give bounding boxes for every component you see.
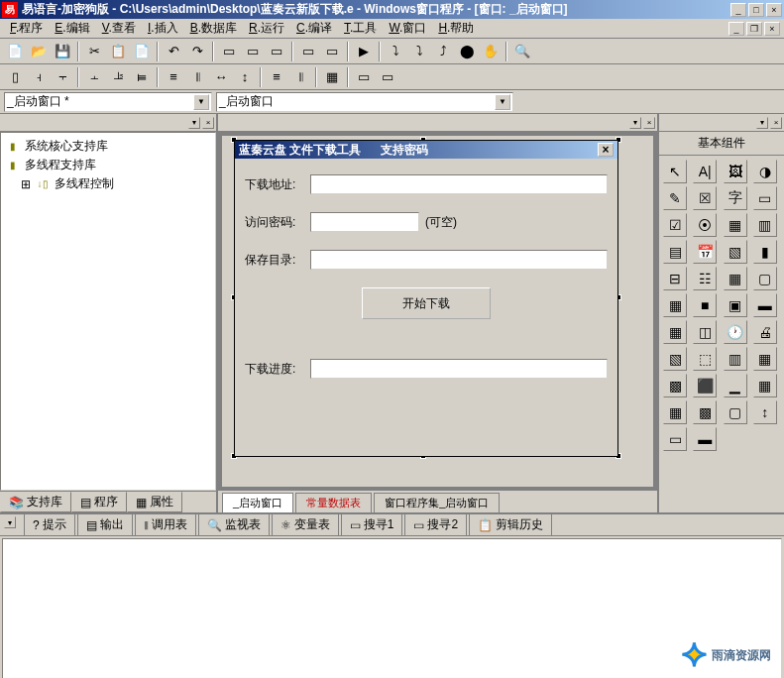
palette-item-40[interactable]: ▭ — [663, 427, 687, 451]
stop-icon[interactable]: ✋ — [480, 41, 502, 62]
align3-icon[interactable]: ⫠ — [83, 66, 105, 88]
form-close-icon[interactable]: × — [598, 143, 614, 157]
chevron-down-icon[interactable]: ▼ — [193, 94, 209, 110]
paste-icon[interactable]: 📄 — [131, 41, 153, 62]
tab-tips[interactable]: ?提示 — [24, 513, 75, 535]
palette-item-6[interactable]: 字 — [724, 186, 747, 210]
tab-property[interactable]: ▦属性 — [127, 492, 182, 512]
same-h-icon[interactable]: ↕ — [234, 66, 256, 88]
menu-edit[interactable]: E.编辑 — [49, 18, 95, 39]
tree-item[interactable]: ▮系统核心支持库 — [5, 137, 211, 156]
palette-item-7[interactable]: ▭ — [753, 186, 777, 210]
palette-item-8[interactable]: ☑ — [663, 213, 687, 237]
menu-run[interactable]: R.运行 — [243, 18, 290, 39]
mdi-close-button[interactable]: × — [764, 22, 780, 36]
step-over-icon[interactable]: ⤵ — [385, 41, 406, 62]
palette-item-20[interactable]: ▦ — [663, 293, 687, 317]
menu-tools[interactable]: T.工具 — [338, 18, 383, 39]
palette-item-33[interactable]: ⬛ — [693, 374, 717, 397]
save-icon[interactable]: 💾 — [52, 41, 73, 62]
tab-output[interactable]: ▤输出 — [77, 513, 133, 535]
redo-icon[interactable]: ↷ — [186, 41, 208, 62]
library-tree[interactable]: ▮系统核心支持库 ▮多线程支持库 ⊞ ↓▯多线程控制 — [0, 132, 216, 491]
pane-close-icon[interactable]: × — [643, 117, 655, 129]
pwd-input[interactable] — [310, 212, 419, 232]
lock-icon[interactable]: ▭ — [353, 66, 375, 88]
palette-item-2[interactable]: 🖼 — [724, 160, 747, 183]
center-v-icon[interactable]: ⦀ — [289, 66, 311, 88]
palette-item-34[interactable]: ▁ — [724, 374, 747, 397]
design-surface[interactable]: 蓝秦云盘 文件下载工具 支持密码 × 下载地址: 访问密码: (可空) — [222, 136, 653, 487]
palette-item-12[interactable]: ▤ — [663, 240, 687, 264]
mdi-minimize-button[interactable]: _ — [728, 22, 744, 36]
menu-insert[interactable]: I.插入 — [142, 18, 184, 39]
tab-calls[interactable]: ⦀调用表 — [135, 513, 196, 535]
tab-library[interactable]: 📚支持库 — [0, 492, 71, 512]
tree-item[interactable]: ⊞ ↓▯多线程控制 — [5, 174, 211, 193]
palette-item-37[interactable]: ▩ — [693, 400, 717, 424]
align-left-icon[interactable]: ▯ — [4, 66, 26, 88]
maximize-button[interactable]: □ — [748, 3, 764, 17]
tab-procset[interactable]: 窗口程序集_启动窗口 — [374, 493, 500, 512]
tool3-icon[interactable]: ▭ — [266, 41, 287, 62]
pane-menu-icon[interactable]: ▾ — [188, 117, 200, 129]
palette-item-27[interactable]: 🖨 — [753, 320, 777, 344]
undo-icon[interactable]: ↶ — [163, 41, 184, 62]
palette-item-26[interactable]: 🕐 — [724, 320, 747, 344]
palette-item-15[interactable]: ▮ — [753, 240, 777, 264]
palette-item-14[interactable]: ▧ — [724, 240, 747, 264]
center-h-icon[interactable]: ≡ — [266, 66, 287, 88]
expand-icon[interactable]: ⊞ — [21, 177, 31, 191]
form-designer[interactable]: 蓝秦云盘 文件下载工具 支持密码 × 下载地址: 访问密码: (可空) — [234, 140, 618, 457]
url-input[interactable] — [310, 174, 608, 194]
dir-input[interactable] — [310, 250, 608, 270]
palette-item-0[interactable]: ↖ — [663, 160, 687, 183]
tab-program[interactable]: ▤程序 — [71, 492, 127, 512]
tab-vars[interactable]: ⚛变量表 — [272, 513, 339, 535]
align5-icon[interactable]: ⫢ — [131, 66, 153, 88]
dist-v-icon[interactable]: ⦀ — [186, 66, 208, 88]
palette-item-18[interactable]: ▦ — [724, 267, 747, 290]
breakpoint-icon[interactable]: ⬤ — [456, 41, 478, 62]
pane-menu-icon[interactable]: ▾ — [756, 117, 768, 129]
palette-item-4[interactable]: ✎ — [663, 186, 687, 210]
menu-compile[interactable]: C.编译 — [290, 18, 338, 39]
tab-window[interactable]: _启动窗口 — [222, 493, 293, 512]
chevron-down-icon[interactable]: ▼ — [495, 94, 510, 110]
palette-item-41[interactable]: ▬ — [693, 427, 717, 451]
minimize-button[interactable]: _ — [730, 3, 746, 17]
palette-item-22[interactable]: ▣ — [724, 293, 747, 317]
palette-item-5[interactable]: ☒ — [693, 186, 717, 210]
tool2-icon[interactable]: ▭ — [242, 41, 264, 62]
pane-close-icon[interactable]: × — [770, 117, 782, 129]
palette-item-17[interactable]: ☷ — [693, 267, 717, 290]
palette-item-31[interactable]: ▦ — [753, 347, 777, 371]
align2-icon[interactable]: ⫟ — [52, 66, 73, 88]
palette-item-39[interactable]: ↕ — [753, 400, 777, 424]
pane-close-icon[interactable]: × — [202, 117, 214, 129]
find-icon[interactable]: 🔍 — [511, 41, 533, 62]
event-combo[interactable]: _启动窗口 ▼ — [216, 92, 513, 112]
tab-clipboard[interactable]: 📋剪辑历史 — [469, 513, 552, 535]
pane-menu-icon[interactable]: ▾ — [4, 516, 16, 528]
palette-item-23[interactable]: ▬ — [753, 293, 777, 317]
step-out-icon[interactable]: ⤴ — [432, 41, 454, 62]
palette-item-32[interactable]: ▩ — [663, 374, 687, 397]
tool-icon[interactable]: ▭ — [218, 41, 240, 62]
palette-item-19[interactable]: ▢ — [753, 267, 777, 290]
align4-icon[interactable]: ⫡ — [107, 66, 129, 88]
palette-item-28[interactable]: ▧ — [663, 347, 687, 371]
run-icon[interactable]: ▶ — [353, 41, 375, 62]
close-button[interactable]: × — [766, 3, 782, 17]
copy-icon[interactable]: 📋 — [107, 41, 129, 62]
palette-item-13[interactable]: 📅 — [693, 240, 717, 264]
palette-item-16[interactable]: ⊟ — [663, 267, 687, 290]
palette-item-35[interactable]: ▦ — [753, 374, 777, 397]
palette-item-36[interactable]: ▦ — [663, 400, 687, 424]
same-w-icon[interactable]: ↔ — [210, 66, 232, 88]
align-icon[interactable]: ⫞ — [28, 66, 50, 88]
menu-file[interactable]: F.程序 — [4, 18, 49, 39]
palette-item-38[interactable]: ▢ — [724, 400, 747, 424]
palette-item-25[interactable]: ◫ — [693, 320, 717, 344]
tab-search1[interactable]: ▭搜寻1 — [341, 513, 403, 535]
